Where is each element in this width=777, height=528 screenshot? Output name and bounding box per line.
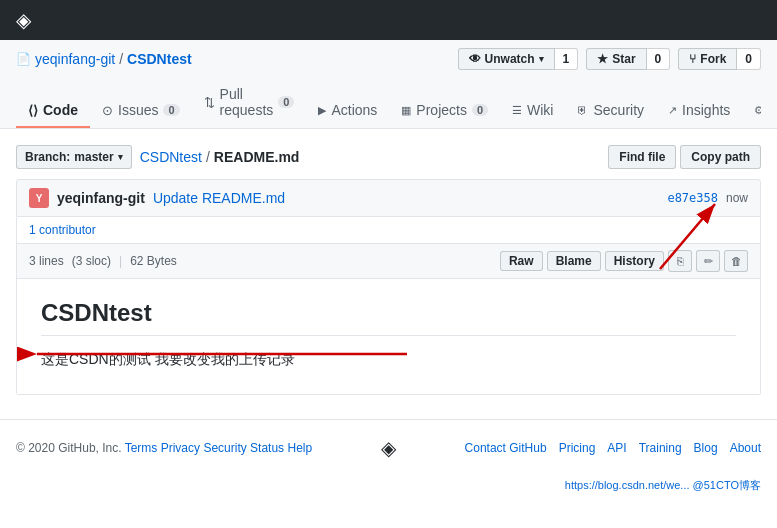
commit-hash-link[interactable]: e87e358 [667, 191, 718, 205]
about-link[interactable]: About [730, 441, 761, 455]
terms-link[interactable]: Terms [125, 441, 158, 455]
projects-badge: 0 [472, 104, 488, 116]
topbar: ◈ [0, 0, 777, 40]
tab-issues[interactable]: ⊙ Issues 0 [90, 94, 192, 128]
eye-icon: 👁 [469, 52, 481, 66]
raw-button[interactable]: Raw [500, 251, 543, 271]
file-name: README.md [214, 149, 300, 165]
commit-time: now [726, 191, 748, 205]
repo-header: 📄 yeqinfang-git / CSDNtest 👁 Unwatch ▾ 1… [0, 40, 777, 129]
file-path-bar: Branch: master ▾ CSDNtest / README.md Fi… [16, 145, 761, 169]
trash-icon: 🗑 [731, 255, 742, 267]
fork-group: ⑂ Fork 0 [678, 48, 761, 70]
file-info: 3 lines (3 sloc) | 62 Bytes [29, 254, 177, 268]
edit-button[interactable]: ✏ [696, 250, 720, 272]
copy-path-button[interactable]: Copy path [680, 145, 761, 169]
fork-button[interactable]: ⑂ Fork [678, 48, 737, 70]
file-breadcrumb: CSDNtest / README.md [140, 149, 300, 165]
file-path-left: Branch: master ▾ CSDNtest / README.md [16, 145, 299, 169]
branch-name: master [74, 150, 113, 164]
tab-wiki[interactable]: ☰ Wiki [500, 94, 565, 128]
file-view: 3 lines (3 sloc) | 62 Bytes Raw Blame Hi… [16, 244, 761, 395]
commit-author-link[interactable]: yeqinfang-git [57, 190, 145, 206]
tab-wiki-label: Wiki [527, 102, 553, 118]
blame-label: Blame [556, 254, 592, 268]
file-toolbar: 3 lines (3 sloc) | 62 Bytes Raw Blame Hi… [17, 244, 760, 279]
main-content: Branch: master ▾ CSDNtest / README.md Fi… [0, 129, 777, 395]
contributor-bar: 1 contributor [16, 217, 761, 244]
unwatch-count: 1 [555, 48, 579, 70]
projects-icon: ▦ [401, 104, 411, 117]
file-lines: 3 lines [29, 254, 64, 268]
repo-name-link[interactable]: CSDNtest [140, 149, 202, 165]
unwatch-group: 👁 Unwatch ▾ 1 [458, 48, 579, 70]
find-file-label: Find file [619, 150, 665, 164]
tab-actions[interactable]: ▶ Actions [306, 94, 389, 128]
owner-link[interactable]: yeqinfang-git [35, 51, 115, 67]
pencil-icon: ✏ [704, 255, 713, 268]
repo-link[interactable]: CSDNtest [127, 51, 192, 67]
breadcrumb-separator: / [119, 51, 123, 67]
commit-bar: Y yeqinfang-git Update README.md e87e358… [16, 179, 761, 217]
status-link[interactable]: Status [250, 441, 284, 455]
readme-title: CSDNtest [41, 299, 736, 336]
footer-left: © 2020 GitHub, Inc. Terms Privacy Securi… [16, 441, 312, 455]
find-file-button[interactable]: Find file [608, 145, 676, 169]
star-button[interactable]: ★ Star [586, 48, 646, 70]
branch-selector[interactable]: Branch: master ▾ [16, 145, 132, 169]
tab-security[interactable]: ⛨ Security [565, 94, 656, 128]
privacy-link[interactable]: Privacy [161, 441, 200, 455]
history-button[interactable]: History [605, 251, 664, 271]
footer-right: Contact GitHub Pricing API Training Blog… [465, 441, 761, 455]
tab-projects[interactable]: ▦ Projects 0 [389, 94, 500, 128]
unwatch-button[interactable]: 👁 Unwatch ▾ [458, 48, 555, 70]
security-link[interactable]: Security [203, 441, 246, 455]
avatar-text: Y [36, 193, 43, 204]
star-label: Star [612, 52, 635, 66]
pricing-link[interactable]: Pricing [559, 441, 596, 455]
star-count: 0 [647, 48, 671, 70]
history-label: History [614, 254, 655, 268]
api-link[interactable]: API [607, 441, 626, 455]
delete-button[interactable]: 🗑 [724, 250, 748, 272]
contributor-count-link[interactable]: 1 contributor [29, 223, 96, 237]
actions-icon: ▶ [318, 104, 326, 117]
tab-actions-label: Actions [331, 102, 377, 118]
tab-settings[interactable]: ⚙ Settings [742, 94, 761, 128]
copyright: © 2020 GitHub, Inc. [16, 441, 122, 455]
unwatch-label: Unwatch [485, 52, 535, 66]
tab-code[interactable]: ⟨⟩ Code [16, 94, 90, 128]
pr-icon: ⇅ [204, 95, 215, 110]
footer-center: ◈ [381, 436, 396, 460]
fork-icon: ⑂ [689, 52, 696, 66]
security-icon: ⛨ [577, 104, 588, 116]
settings-icon: ⚙ [754, 104, 761, 117]
copy-path-label: Copy path [691, 150, 750, 164]
tab-pull-requests[interactable]: ⇅ Pull requests 0 [192, 78, 307, 128]
repo-nav: ⟨⟩ Code ⊙ Issues 0 ⇅ Pull requests 0 ▶ A… [16, 78, 761, 128]
tab-insights[interactable]: ↗ Insights [656, 94, 742, 128]
file-content: CSDNtest 这是CSDN的测试 我要改变我的上传记录 [17, 279, 760, 394]
footer: © 2020 GitHub, Inc. Terms Privacy Securi… [0, 419, 777, 476]
blame-button[interactable]: Blame [547, 251, 601, 271]
contact-link[interactable]: Contact GitHub [465, 441, 547, 455]
github-logo: ◈ [381, 437, 396, 459]
insights-icon: ↗ [668, 104, 677, 117]
tab-insights-label: Insights [682, 102, 730, 118]
help-link[interactable]: Help [287, 441, 312, 455]
commit-bar-right: e87e358 now [667, 191, 748, 205]
commit-message-link[interactable]: Update README.md [153, 190, 285, 206]
tab-issues-label: Issues [118, 102, 158, 118]
file-size: 62 Bytes [130, 254, 177, 268]
training-link[interactable]: Training [639, 441, 682, 455]
tab-pr-label: Pull requests [220, 86, 274, 118]
repo-actions: 👁 Unwatch ▾ 1 ★ Star 0 ⑂ Fork [458, 48, 761, 70]
code-icon: ⟨⟩ [28, 103, 38, 118]
contributor-count: 1 [29, 223, 36, 237]
fork-label: Fork [700, 52, 726, 66]
doc-icon: 📄 [16, 52, 31, 66]
tab-code-label: Code [43, 102, 78, 118]
copy-content-button[interactable]: ⎘ [668, 250, 692, 272]
blog-link[interactable]: Blog [694, 441, 718, 455]
watermark-text: https://blog.csdn.net/we... @51CTO博客 [565, 479, 761, 491]
